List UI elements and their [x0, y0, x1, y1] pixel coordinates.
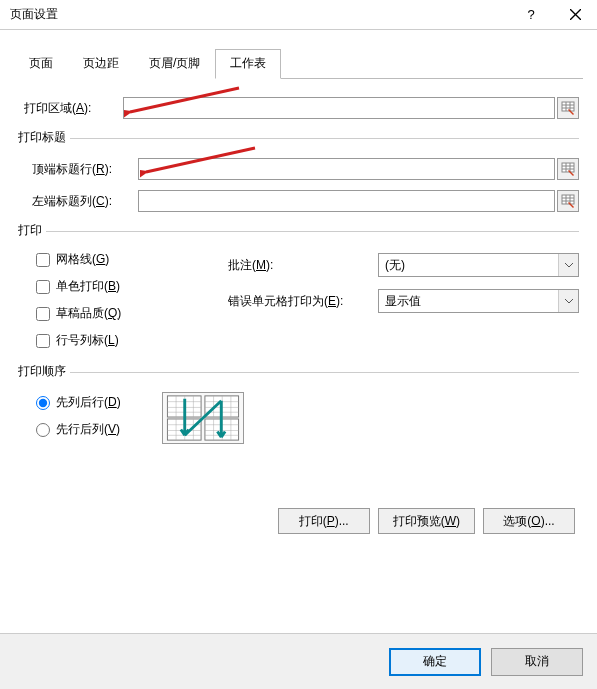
- svg-rect-14: [562, 195, 574, 204]
- print-preview-button[interactable]: 打印预览(W): [378, 508, 475, 534]
- gridlines-checkbox-row[interactable]: 网格线(G): [18, 251, 228, 268]
- errors-value: 显示值: [379, 293, 558, 310]
- divider: [70, 138, 579, 139]
- rowcol-headings-label: 行号列标(L): [56, 332, 119, 349]
- comments-value: (无): [379, 257, 558, 274]
- divider: [46, 231, 579, 232]
- errors-combo[interactable]: 显示值: [378, 289, 579, 313]
- options-button[interactable]: 选项(O)...: [483, 508, 575, 534]
- ok-button[interactable]: 确定: [389, 648, 481, 676]
- down-then-over-radio-row[interactable]: 先列后行(D): [18, 394, 148, 411]
- over-then-down-radio-row[interactable]: 先行后列(V): [18, 421, 148, 438]
- chevron-down-icon: [558, 290, 578, 312]
- print-titles-label: 打印标题: [18, 129, 70, 146]
- top-rows-label: 顶端标题行(R):: [18, 161, 138, 178]
- close-icon: [570, 9, 581, 20]
- print-area-label: 打印区域(A):: [18, 100, 123, 117]
- dialog-footer: 确定 取消: [0, 633, 597, 689]
- gridlines-checkbox[interactable]: [36, 253, 50, 267]
- draft-checkbox[interactable]: [36, 307, 50, 321]
- draft-checkbox-row[interactable]: 草稿品质(Q): [18, 305, 228, 322]
- help-button[interactable]: ?: [509, 0, 553, 30]
- comments-combo[interactable]: (无): [378, 253, 579, 277]
- close-button[interactable]: [553, 0, 597, 30]
- cancel-button[interactable]: 取消: [491, 648, 583, 676]
- svg-rect-2: [562, 102, 574, 111]
- print-button[interactable]: 打印(P)...: [278, 508, 370, 534]
- tab-bar: 页面 页边距 页眉/页脚 工作表: [14, 48, 583, 79]
- over-then-down-label: 先行后列(V): [56, 421, 120, 438]
- left-cols-label: 左端标题列(C):: [18, 193, 138, 210]
- titlebar: 页面设置 ?: [0, 0, 597, 30]
- dialog-title: 页面设置: [10, 6, 509, 23]
- tab-margins[interactable]: 页边距: [68, 49, 134, 79]
- monochrome-checkbox-row[interactable]: 单色打印(B): [18, 278, 228, 295]
- tab-sheet[interactable]: 工作表: [215, 49, 281, 79]
- monochrome-label: 单色打印(B): [56, 278, 120, 295]
- chevron-down-icon: [558, 254, 578, 276]
- tab-page[interactable]: 页面: [14, 49, 68, 79]
- print-area-range-button[interactable]: [557, 97, 579, 119]
- draft-label: 草稿品质(Q): [56, 305, 121, 322]
- over-then-down-radio[interactable]: [36, 423, 50, 437]
- left-cols-input[interactable]: [138, 190, 555, 212]
- rowcol-headings-checkbox[interactable]: [36, 334, 50, 348]
- monochrome-checkbox[interactable]: [36, 280, 50, 294]
- print-section-label: 打印: [18, 222, 46, 239]
- tab-headerfooter[interactable]: 页眉/页脚: [134, 49, 215, 79]
- left-cols-range-button[interactable]: [557, 190, 579, 212]
- range-selector-icon: [561, 101, 575, 115]
- down-then-over-radio[interactable]: [36, 396, 50, 410]
- top-rows-range-button[interactable]: [557, 158, 579, 180]
- range-selector-icon: [561, 194, 575, 208]
- gridlines-label: 网格线(G): [56, 251, 109, 268]
- top-rows-input[interactable]: [138, 158, 555, 180]
- comments-label: 批注(M):: [228, 257, 378, 274]
- svg-rect-8: [562, 163, 574, 172]
- print-area-input[interactable]: [123, 97, 555, 119]
- divider: [70, 372, 579, 373]
- rowcol-headings-checkbox-row[interactable]: 行号列标(L): [18, 332, 228, 349]
- errors-label: 错误单元格打印为(E):: [228, 293, 378, 310]
- print-order-diagram: [162, 392, 244, 444]
- down-then-over-label: 先列后行(D): [56, 394, 121, 411]
- order-section-label: 打印顺序: [18, 363, 70, 380]
- range-selector-icon: [561, 162, 575, 176]
